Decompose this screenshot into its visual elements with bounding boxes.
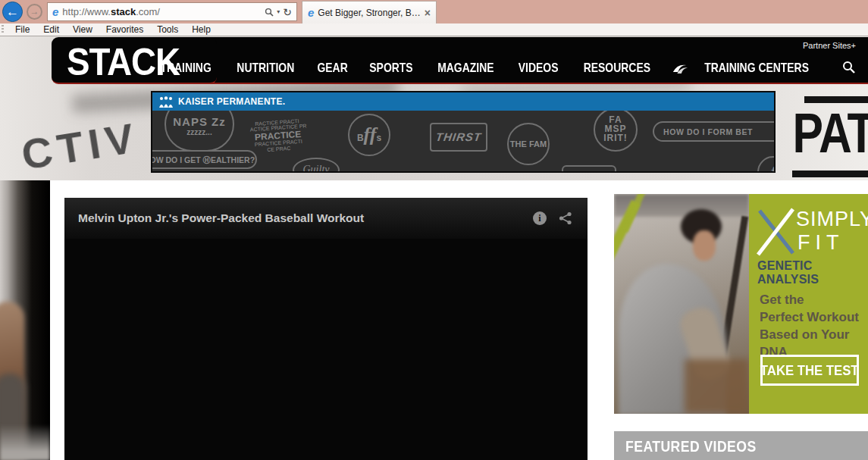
search-dropdown-caret-icon[interactable]: ▾ (277, 8, 280, 15)
site-header: STACK Partner Sites+ TRAINING NUTRITION … (64, 37, 868, 84)
nav-resources-label: RESOURCES (584, 61, 650, 76)
ad-subtitle: GENETIC ANALYSIS (757, 259, 868, 286)
bubble-thirst: THIRST (430, 123, 487, 152)
nav-nutrition-label: NUTRITION (237, 61, 294, 76)
tab-ie-icon: e (308, 6, 314, 19)
kaiser-banner-body: NAPS Zz zzzzz... RACTICE PRACTI ACTICE P… (152, 111, 774, 171)
bubble-naps-text: NAPS Zz (166, 115, 233, 128)
nav-sports-label: SPORTS (370, 61, 413, 76)
browser-tab[interactable]: e Get Bigger, Stronger, Better,... × (302, 1, 437, 23)
nav-magazine-label: MAGAZINE (437, 61, 494, 76)
url-prefix: http://www. (62, 6, 111, 17)
header-search-icon[interactable] (842, 61, 855, 74)
nav-gear[interactable]: GEAR (314, 61, 351, 76)
simplyfit-ad[interactable]: SIMPLY FIT GENETIC ANALYSIS Get the Perf… (614, 194, 868, 414)
video-player[interactable]: Melvin Upton Jr.'s Power-Packed Baseball… (64, 198, 588, 460)
ie-icon: e (52, 5, 58, 18)
ad-text-panel: SIMPLY FIT GENETIC ANALYSIS Get the Perf… (749, 194, 868, 414)
bubble-the-fam: THE FAM (507, 123, 550, 165)
bubble-f: f (757, 156, 774, 171)
take-the-test-button[interactable]: TAKE THE TEST (760, 355, 859, 386)
partner-sites-link[interactable]: Partner Sites+ (803, 41, 856, 50)
nav-resources[interactable]: RESOURCES (576, 61, 658, 76)
featured-videos-bar: FEATURED VIDEOS (614, 431, 868, 460)
address-bar[interactable]: e http://www.stack.com/ ▾ ↻ (47, 2, 297, 21)
menu-file[interactable]: File (8, 23, 36, 36)
bubble-bffs-ff: ff (364, 124, 377, 146)
simplyfit-brand-fit: FIT (797, 231, 844, 255)
bubble-naps-subtext: zzzzz... (166, 128, 233, 136)
skin-ad-bar (792, 171, 868, 177)
video-info-icon[interactable]: i (533, 211, 547, 225)
page-viewport: CTIV PAT STACK Partner Sites+ TRAINING N… (0, 36, 868, 460)
tab-title: Get Bigger, Stronger, Better,... (318, 8, 420, 18)
browser-chrome: ← → e http://www.stack.com/ ▾ ↻ e Get Bi… (0, 0, 868, 23)
bubble-bffs: Bffs (348, 114, 390, 156)
background-activ-text: CTIV (18, 112, 143, 180)
simplyfit-brand-simply: SIMPLY (796, 208, 868, 231)
url-suffix: .com/ (136, 6, 160, 17)
url-text[interactable]: http://www.stack.com/ (62, 6, 261, 17)
bubble-bffs-b: B (357, 133, 364, 143)
bubble-bffs-s: s (376, 133, 381, 143)
bubble-healthier-question: HOW DO I GET ⒽEALTHIER? (152, 150, 257, 169)
nav-videos[interactable]: VIDEOS (514, 61, 562, 76)
search-icon[interactable] (265, 8, 274, 17)
screen: ← → e http://www.stack.com/ ▾ ↻ e Get Bi… (0, 0, 868, 460)
nav-training-centers[interactable]: TRAINING CENTERS (672, 61, 820, 76)
forward-button[interactable]: → (27, 4, 42, 20)
left-background-fade (0, 424, 50, 460)
simplyfit-x-logo-icon (755, 206, 797, 256)
tab-close-icon[interactable]: × (425, 8, 431, 18)
nav-sports[interactable]: SPORTS (365, 61, 418, 76)
gym-photo (614, 194, 749, 414)
ad-copy-line: Get the (760, 291, 868, 308)
kaiser-banner-top: KAISER PERMANENTE. (152, 92, 774, 111)
nav-training-centers-label: TRAINING CENTERS (704, 61, 809, 76)
menu-bar: File Edit View Favorites Tools Help (0, 23, 868, 36)
nav-gear-label: GEAR (318, 61, 348, 76)
kaiser-banner-ad[interactable]: KAISER PERMANENTE. NAPS Zz zzzzz... RACT… (152, 92, 775, 172)
back-button[interactable]: ← (2, 2, 23, 22)
menu-help[interactable]: Help (185, 23, 218, 36)
menu-grip-handle[interactable] (2, 25, 4, 34)
menu-favorites[interactable]: Favorites (99, 23, 150, 36)
bubble-guilty: Guilty (293, 158, 340, 171)
parisi-swirl-icon (672, 63, 688, 74)
bubble-fam-spirit-line: IRIT! (595, 133, 636, 142)
menu-tools[interactable]: Tools (150, 23, 185, 36)
kaiser-logo-text: KAISER PERMANENTE. (178, 96, 285, 107)
bubble-naps: NAPS Zz zzzzz... (165, 111, 234, 152)
featured-videos-heading: FEATURED VIDEOS (625, 437, 757, 455)
bubble-form-question: HOW DO I FORM BET (653, 121, 774, 142)
video-player-header: Melvin Upton Jr.'s Power-Packed Baseball… (64, 198, 588, 239)
skin-ad-pat-text: PAT (793, 101, 868, 165)
bubble-fam-spirit: FA MSP IRIT! (594, 111, 638, 152)
bubble-thirst-text: THIRST (434, 124, 484, 150)
nav-nutrition[interactable]: NUTRITION (230, 61, 301, 76)
take-the-test-label: TAKE THE TEST (760, 362, 859, 379)
nav-videos-label: VIDEOS (519, 61, 559, 76)
photo-floor (685, 359, 749, 414)
ad-copy-line: Perfect Workout (760, 308, 868, 326)
bubble-haters: HATERS (562, 165, 616, 171)
main-nav: TRAINING NUTRITION GEAR SPORTS MAGAZINE … (148, 61, 827, 76)
photo-man-face (693, 230, 716, 261)
nav-training-label: TRAINING (160, 61, 211, 76)
nav-magazine[interactable]: MAGAZINE (431, 61, 500, 76)
url-domain: stack (111, 6, 136, 17)
ad-copy: Get the Perfect Workout Based on Your DN… (760, 291, 868, 361)
nav-training[interactable]: TRAINING (155, 61, 217, 76)
menu-view[interactable]: View (66, 23, 99, 36)
refresh-icon[interactable]: ↻ (283, 6, 292, 18)
left-background-shadow (0, 180, 50, 460)
video-title: Melvin Upton Jr.'s Power-Packed Baseball… (78, 211, 533, 225)
menu-edit[interactable]: Edit (36, 23, 66, 36)
background-skin-ad: PAT (792, 93, 868, 181)
kaiser-people-icon (158, 96, 174, 108)
video-share-icon[interactable] (559, 211, 572, 225)
